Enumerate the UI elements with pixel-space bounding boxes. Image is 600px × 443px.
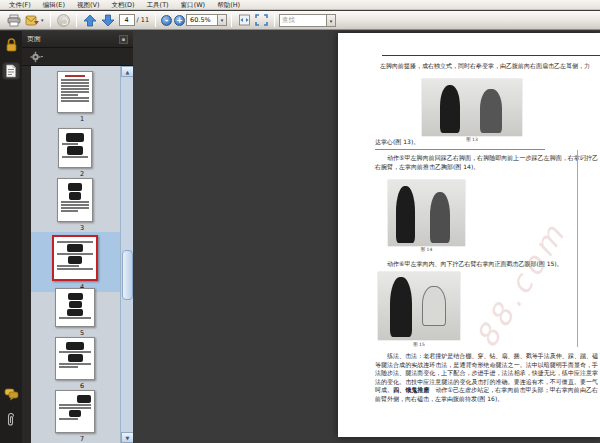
toolbar-separator [231, 13, 232, 27]
section-divider [375, 149, 545, 150]
menu-view[interactable]: 视图(V) [71, 0, 106, 10]
fit-page-icon [255, 14, 268, 26]
printer-icon [7, 14, 21, 27]
thumb-sketch [61, 88, 89, 90]
thumb-sketch [61, 100, 89, 102]
email-share-icon [25, 14, 40, 27]
body-paragraph: 动作⑥甲左掌向内、向下拧乙右臂右掌向正面戳击乙眼部(图 15)。 [375, 260, 598, 269]
thumb-sketch [59, 407, 91, 409]
paperclip-icon [5, 413, 17, 428]
scroll-up-icon[interactable]: ▲ [121, 66, 133, 77]
thumbnail-page-7[interactable] [55, 390, 95, 433]
thumbnail-page-5[interactable] [55, 288, 95, 327]
thumbnail-page-number: 3 [31, 224, 133, 232]
nav-bottom-group [2, 385, 20, 437]
thumb-sketch [57, 253, 93, 255]
body-text-line: 左脚向前提膝，成右独立式，同时右拳变掌，由乙腹前向右面扇击乙左耳侧，力 [380, 62, 600, 71]
security-lock-button[interactable] [2, 36, 20, 54]
figure-silhouette [422, 286, 446, 326]
thumb-sketch [59, 317, 91, 319]
pages-panel-button[interactable] [2, 62, 20, 80]
scan-artifact-line [577, 150, 578, 347]
menu-help[interactable]: 帮助(H) [211, 0, 246, 10]
next-page-icon [101, 14, 115, 27]
print-button[interactable] [5, 12, 23, 29]
fit-page-button[interactable] [253, 12, 270, 29]
find-box: ▾ [279, 14, 336, 27]
thumb-sketch [67, 146, 83, 155]
thumb-sketch [77, 395, 91, 403]
zoom-level-select[interactable]: 60.5% [186, 14, 218, 26]
figure-silhouette [480, 89, 502, 133]
menu-edit[interactable]: 编辑(E) [37, 0, 71, 10]
lock-icon [5, 38, 18, 52]
previous-page-button[interactable] [81, 12, 99, 29]
pages-panel-toolbar [22, 48, 133, 66]
thumb-sketch [61, 85, 89, 87]
thumb-sketch [68, 183, 82, 191]
next-page-button[interactable] [99, 12, 117, 29]
toolbar-separator [155, 13, 156, 27]
navigation-strip [0, 31, 22, 443]
find-input[interactable] [279, 14, 327, 27]
watermark-text: 88.com [469, 157, 600, 354]
thumbnail-scrollbar[interactable]: ▲ ▼ [120, 66, 133, 443]
pages-icon [5, 64, 17, 78]
find-dropdown-caret[interactable]: ▾ [327, 14, 336, 27]
share-dropdown-caret[interactable]: ▾ [41, 17, 44, 23]
thumbnail-page-3[interactable] [57, 178, 93, 222]
zoom-out-icon[interactable]: - [161, 15, 172, 26]
menu-document[interactable]: 文档(D) [106, 0, 141, 10]
fit-width-button[interactable] [236, 12, 253, 29]
thumb-sketch [69, 410, 81, 417]
figure-silhouette [440, 85, 460, 133]
thumb-sketch [59, 404, 91, 406]
thumb-sketch [61, 201, 89, 203]
thumb-sketch [68, 354, 83, 362]
thumbnail-list: 1 2 3 [31, 66, 133, 443]
inline-section-header: 四、饿鬼推磨 [393, 386, 429, 393]
document-view[interactable]: 左脚向前提膝，成右独立式，同时右拳变掌，由乙腹前向右面扇击乙左耳侧，力 图 13… [133, 31, 600, 443]
thumbnail-page-1[interactable] [57, 71, 93, 113]
page-number-input[interactable] [119, 14, 135, 26]
panel-options-button[interactable]: ▪ [119, 35, 128, 44]
menu-bar: 文件(F) 编辑(E) 视图(V) 文档(D) 工具(T) 窗口(W) 帮助(H… [0, 0, 600, 10]
thumbnail-options-gear-icon[interactable] [30, 51, 43, 63]
figure-14-caption: 图 14 [388, 247, 465, 252]
thumb-sketch [57, 265, 79, 267]
menu-tools[interactable]: 工具(T) [141, 0, 175, 10]
thumbnail-page-2[interactable] [58, 128, 92, 168]
main-area: 页面 ▪ [0, 31, 600, 443]
pages-panel: 页面 ▪ [22, 31, 133, 443]
zoom-in-icon[interactable]: + [174, 15, 185, 26]
comments-panel-button[interactable] [2, 385, 20, 403]
thumb-sketch [68, 293, 83, 300]
thumb-sketch [59, 366, 78, 368]
thumb-sketch [61, 210, 78, 212]
thumb-sketch [69, 301, 82, 308]
thumb-sketch [66, 133, 84, 142]
toolbar-separator [274, 13, 275, 27]
thumb-sketch [57, 268, 93, 270]
share-email-button[interactable]: ▾ [23, 12, 46, 29]
thumbnail-page-6[interactable] [55, 337, 95, 380]
thumb-sketch [57, 241, 93, 243]
thumb-sketch [66, 342, 84, 350]
scroll-down-icon[interactable]: ▼ [121, 432, 133, 443]
thumbnail-page-4-selected[interactable] [52, 235, 98, 281]
pages-panel-title: 页面 [27, 34, 41, 44]
menu-window[interactable]: 窗口(W) [175, 0, 212, 10]
zoom-dropdown-caret[interactable]: ▾ [218, 14, 227, 26]
thumb-sketch [59, 363, 91, 365]
thumb-sketch [62, 156, 88, 158]
thumbnail-page-number: 2 [31, 170, 133, 178]
thumb-sketch [61, 207, 89, 209]
scrollbar-thumb[interactable] [122, 250, 133, 300]
thumb-sketch [68, 256, 82, 264]
figure-14-photo [388, 180, 465, 246]
figure-silhouette [396, 186, 415, 243]
pdf-reader-window: 文件(F) 编辑(E) 视图(V) 文档(D) 工具(T) 窗口(W) 帮助(H… [0, 0, 600, 443]
attachments-panel-button[interactable] [2, 411, 20, 429]
menu-file[interactable]: 文件(F) [3, 0, 37, 10]
disabled-tool-icon [57, 14, 70, 27]
